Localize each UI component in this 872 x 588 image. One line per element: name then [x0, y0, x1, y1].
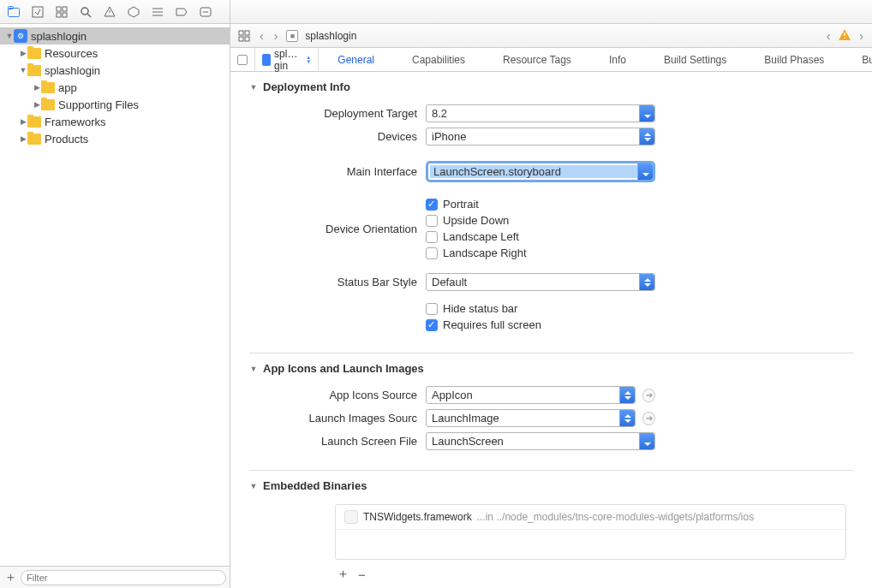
tree-folder[interactable]: ▶ app [0, 79, 230, 96]
disclosure-icon[interactable]: ▼ [249, 482, 258, 490]
status-bar-style-combo[interactable]: Default [426, 273, 655, 291]
add-binary-button[interactable]: ＋ [337, 566, 349, 582]
tab-capabilities[interactable]: Capabilities [393, 48, 484, 71]
section-embedded-binaries[interactable]: ▼ Embedded Binaries [230, 471, 872, 497]
prev-issue-icon[interactable]: ‹ [825, 29, 833, 43]
disclosure-icon[interactable]: ▼ [5, 32, 14, 40]
updown-icon: ▲▼ [306, 56, 311, 64]
debug-navigator-icon[interactable] [151, 5, 164, 19]
remove-binary-button[interactable]: − [358, 567, 366, 582]
outline-toggle-icon[interactable] [237, 55, 248, 65]
tab-general[interactable]: General [319, 48, 393, 71]
svg-rect-10 [245, 31, 249, 35]
framework-icon [344, 510, 358, 524]
breakpoint-navigator-icon[interactable] [175, 5, 188, 19]
navigator-toolbar [0, 0, 230, 23]
section-deployment-info[interactable]: ▼ Deployment Info [230, 72, 872, 98]
folder-icon [41, 99, 55, 110]
list-item[interactable]: TNSWidgets.framework ...in ../node_modul… [336, 505, 845, 530]
upside-down-checkbox[interactable] [426, 215, 438, 227]
tab-build-phases[interactable]: Build Phases [745, 48, 843, 71]
xcode-project-icon: ⚙ [14, 29, 27, 43]
find-navigator-icon[interactable] [79, 5, 93, 19]
goto-asset-icon[interactable]: ➔ [642, 389, 655, 402]
tree-label: Frameworks [45, 116, 106, 128]
tree-folder[interactable]: ▶ Frameworks [0, 113, 230, 130]
target-selector[interactable] [230, 48, 255, 71]
tab-build-settings[interactable]: Build Settings [645, 48, 745, 71]
tree-folder[interactable]: ▶ Resources [0, 45, 230, 62]
go-forward-icon[interactable]: › [272, 29, 280, 43]
issue-navigator-icon[interactable] [103, 5, 116, 19]
disclosure-icon[interactable]: ▼ [249, 365, 258, 373]
symbol-navigator-icon[interactable] [55, 5, 69, 19]
tree-folder[interactable]: ▼ splashlogin [0, 62, 230, 79]
report-navigator-icon[interactable] [199, 5, 212, 19]
tree-project-root[interactable]: ▼ ⚙ splashlogin [0, 27, 230, 45]
chevron-down-icon[interactable] [639, 105, 654, 122]
project-navigator-icon[interactable] [7, 5, 21, 19]
hide-status-bar-checkbox[interactable] [426, 303, 438, 315]
tree-label: Products [45, 133, 88, 146]
tab-resource-tags[interactable]: Resource Tags [484, 48, 590, 71]
source-control-icon[interactable] [31, 5, 45, 19]
disclosure-icon[interactable]: ▶ [19, 134, 27, 143]
storyboard-file-icon: ■ [286, 30, 298, 42]
label-launch-images-source: Launch Images Sourc [230, 412, 426, 425]
app-icons-source-combo[interactable]: AppIcon [426, 386, 636, 404]
add-icon[interactable]: ＋ [3, 571, 17, 585]
deployment-target-combo[interactable]: 8.2 [426, 104, 655, 122]
filter-input[interactable] [21, 570, 226, 585]
launch-screen-file-combo[interactable]: LaunchScreen [426, 432, 655, 450]
chevron-down-icon[interactable] [639, 433, 654, 449]
chevron-down-icon[interactable] [637, 163, 653, 180]
launch-images-source-combo[interactable]: LaunchImage [426, 409, 636, 427]
label-main-interface: Main Interface [230, 165, 426, 178]
jump-bar: ‹ › ■ splashlogin ‹ › [230, 24, 872, 48]
disclosure-icon[interactable]: ▶ [19, 117, 27, 126]
related-items-icon[interactable] [237, 29, 251, 43]
updown-chevron-icon[interactable] [619, 387, 635, 403]
project-tree[interactable]: ▼ ⚙ splashlogin ▶ Resources ▼ splashlogi… [0, 24, 230, 566]
landscape-right-checkbox[interactable] [426, 247, 438, 259]
portrait-checkbox[interactable] [426, 199, 438, 211]
updown-chevron-icon[interactable] [639, 274, 654, 290]
landscape-left-checkbox[interactable] [426, 231, 438, 243]
updown-chevron-icon[interactable] [619, 410, 635, 426]
navigator-filter-bar: ＋ [0, 566, 230, 588]
section-title: App Icons and Launch Images [263, 362, 424, 375]
section-title: Deployment Info [263, 80, 350, 93]
disclosure-icon[interactable]: ▼ [249, 83, 258, 92]
disclosure-icon[interactable]: ▼ [19, 66, 27, 74]
tree-folder[interactable]: ▶ Supporting Files [0, 96, 230, 113]
top-toolbar [0, 0, 872, 24]
disclosure-icon[interactable]: ▶ [33, 100, 41, 109]
embedded-binaries-list[interactable]: TNSWidgets.framework ...in ../node_modul… [335, 504, 846, 560]
goto-asset-icon[interactable]: ➔ [642, 412, 655, 425]
requires-full-screen-checkbox[interactable] [426, 319, 438, 331]
tab-info[interactable]: Info [590, 48, 645, 71]
folder-icon [27, 65, 41, 76]
disclosure-icon[interactable]: ▶ [33, 83, 41, 92]
breadcrumb-file[interactable]: splashlogin [305, 30, 356, 42]
tree-label: splashlogin [45, 64, 100, 77]
target-popup[interactable]: spl…gin ▲▼ [255, 48, 319, 71]
editor-scroll[interactable]: ▼ Deployment Info Deployment Target 8.2 … [230, 72, 872, 588]
section-app-icons[interactable]: ▼ App Icons and Launch Images [230, 353, 872, 380]
next-issue-icon[interactable]: › [857, 29, 865, 43]
tree-folder[interactable]: ▶ Products [0, 130, 230, 147]
main-interface-combo[interactable]: LaunchScreen.storyboard [426, 161, 655, 182]
framework-path: ...in ../node_modules/tns-core-modules-w… [477, 511, 754, 523]
tab-build-rules[interactable]: Build Rule [843, 48, 872, 71]
devices-combo[interactable]: iPhone [426, 128, 655, 146]
svg-rect-5 [57, 13, 61, 17]
go-back-icon[interactable]: ‹ [258, 29, 266, 43]
svg-rect-12 [245, 37, 249, 41]
label-device-orientation: Device Orientation [230, 223, 426, 235]
warning-icon[interactable] [839, 29, 851, 43]
test-navigator-icon[interactable] [127, 5, 140, 19]
disclosure-icon[interactable]: ▶ [19, 49, 27, 57]
label-status-bar-style: Status Bar Style [230, 276, 426, 288]
updown-chevron-icon[interactable] [639, 128, 654, 145]
svg-point-7 [81, 8, 88, 15]
